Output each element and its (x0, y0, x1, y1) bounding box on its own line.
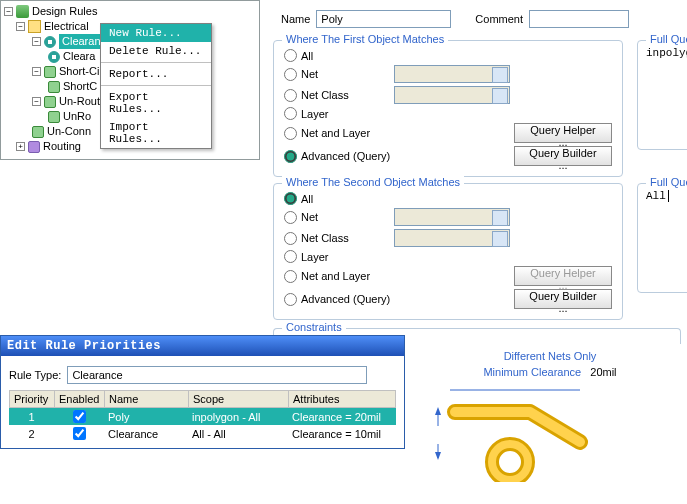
m1-all[interactable]: All (284, 49, 394, 62)
ctx-import-rules[interactable]: Import Rules... (101, 118, 211, 148)
table-row[interactable]: 2 Clearance All - All Clearance = 10mil (9, 425, 396, 442)
ctx-export-rules[interactable]: Export Rules... (101, 88, 211, 118)
matches2-group: Where The Second Object Matches All Net … (273, 183, 623, 320)
col-attributes[interactable]: Attributes (289, 391, 395, 407)
edit-rule-priorities-window[interactable]: Edit Rule Priorities Rule Type: Priority… (0, 335, 405, 449)
short-icon (44, 66, 56, 78)
unroute-icon (44, 96, 56, 108)
m2-netlayer[interactable]: Net and Layer (284, 270, 394, 283)
ctx-new-rule[interactable]: New Rule... (101, 24, 211, 42)
clearance-icon (48, 51, 60, 63)
min-clearance-value[interactable]: 20mil (590, 366, 616, 378)
col-name[interactable]: Name (105, 391, 189, 407)
tree-root[interactable]: − Design Rules (4, 4, 259, 19)
rule-type-input[interactable] (67, 366, 367, 384)
tree-root-label: Design Rules (32, 4, 97, 19)
text-caret (668, 190, 669, 202)
erp-header[interactable]: Priority Enabled Name Scope Attributes (9, 390, 396, 408)
tree-label: Cleara (63, 49, 95, 64)
m2-net[interactable]: Net (284, 211, 394, 224)
matches1-title: Where The First Object Matches (282, 33, 448, 45)
full-query-title: Full Query (646, 176, 687, 188)
unroute-icon (48, 111, 60, 123)
properties-panel: Name Comment Where The First Object Matc… (267, 0, 687, 344)
rule-type-label: Rule Type: (9, 369, 61, 381)
folder-icon (28, 20, 41, 33)
m1-netclass-combo[interactable] (394, 86, 510, 104)
cell-priority: 2 (9, 425, 54, 442)
clearance-icon (44, 36, 56, 48)
m1-layer[interactable]: Layer (284, 107, 394, 120)
full-query-text[interactable]: inpolygon (646, 47, 687, 143)
collapse-icon[interactable]: − (32, 67, 41, 76)
m1-net[interactable]: Net (284, 68, 394, 81)
clearance-diagram: Different Nets Only Minimum Clearance 20… (420, 350, 680, 482)
col-priority[interactable]: Priority (10, 391, 55, 407)
m2-query-builder-button[interactable]: Query Builder ... (514, 289, 612, 309)
collapse-icon[interactable]: − (32, 37, 41, 46)
cell-scope: All - All (188, 425, 288, 442)
context-menu[interactable]: New Rule... Delete Rule... Report... Exp… (100, 23, 212, 149)
collapse-icon[interactable]: − (4, 7, 13, 16)
m2-net-combo[interactable] (394, 208, 510, 226)
cell-attrs: Clearance = 20mil (288, 408, 396, 425)
routing-icon (28, 141, 40, 153)
m2-layer[interactable]: Layer (284, 250, 394, 263)
cell-scope: inpolygon - All (188, 408, 288, 425)
col-scope[interactable]: Scope (189, 391, 289, 407)
matches1-group: Where The First Object Matches All Net N… (273, 40, 623, 177)
tree-label: UnRo (63, 109, 91, 124)
erp-title: Edit Rule Priorities (1, 336, 404, 356)
m1-net-combo[interactable] (394, 65, 510, 83)
m1-netclass[interactable]: Net Class (284, 89, 394, 102)
diff-nets-only-label: Different Nets Only (420, 350, 680, 362)
diagram-svg (420, 382, 620, 482)
unconn-icon (32, 126, 44, 138)
comment-label: Comment (475, 13, 523, 25)
m2-advanced[interactable]: Advanced (Query) (284, 293, 394, 306)
full-query-2: Full Query All (637, 183, 687, 293)
full-query-1: Full Query inpolygon (637, 40, 687, 150)
comment-input[interactable] (529, 10, 629, 28)
col-enabled[interactable]: Enabled (55, 391, 105, 407)
m1-query-helper-button[interactable]: Query Helper ... (514, 123, 612, 143)
tree-label: ShortC (63, 79, 97, 94)
tree-label: Electrical (44, 19, 89, 34)
rules-icon (16, 5, 29, 18)
name-label: Name (281, 13, 310, 25)
m1-advanced[interactable]: Advanced (Query) (284, 150, 394, 163)
name-input[interactable] (316, 10, 451, 28)
tree-label: Un-Conn (47, 124, 91, 139)
ctx-separator (101, 85, 211, 86)
m1-netlayer[interactable]: Net and Layer (284, 127, 394, 140)
m2-netclass-combo[interactable] (394, 229, 510, 247)
table-row[interactable]: 1 Poly inpolygon - All Clearance = 20mil (9, 408, 396, 425)
ctx-report[interactable]: Report... (101, 65, 211, 83)
min-clearance-label: Minimum Clearance (483, 366, 581, 378)
collapse-icon[interactable]: − (16, 22, 25, 31)
matches2-title: Where The Second Object Matches (282, 176, 464, 188)
short-icon (48, 81, 60, 93)
full-query-text[interactable]: All (646, 190, 687, 286)
tree-label: Routing (43, 139, 81, 154)
cell-name: Clearance (104, 425, 188, 442)
m2-query-helper-button[interactable]: Query Helper ... (514, 266, 612, 286)
m2-all[interactable]: All (284, 192, 394, 205)
cell-priority: 1 (9, 408, 54, 425)
full-query-title: Full Query (646, 33, 687, 45)
m1-query-builder-button[interactable]: Query Builder ... (514, 146, 612, 166)
m2-netclass[interactable]: Net Class (284, 232, 394, 245)
cell-name: Poly (104, 408, 188, 425)
expand-icon[interactable]: + (16, 142, 25, 151)
ctx-delete-rule[interactable]: Delete Rule... (101, 42, 211, 60)
cell-attrs: Clearance = 10mil (288, 425, 396, 442)
constraints-title: Constraints (282, 321, 346, 333)
ctx-separator (101, 62, 211, 63)
collapse-icon[interactable]: − (32, 97, 41, 106)
cell-enabled-checkbox[interactable] (73, 427, 86, 440)
cell-enabled-checkbox[interactable] (73, 410, 86, 423)
